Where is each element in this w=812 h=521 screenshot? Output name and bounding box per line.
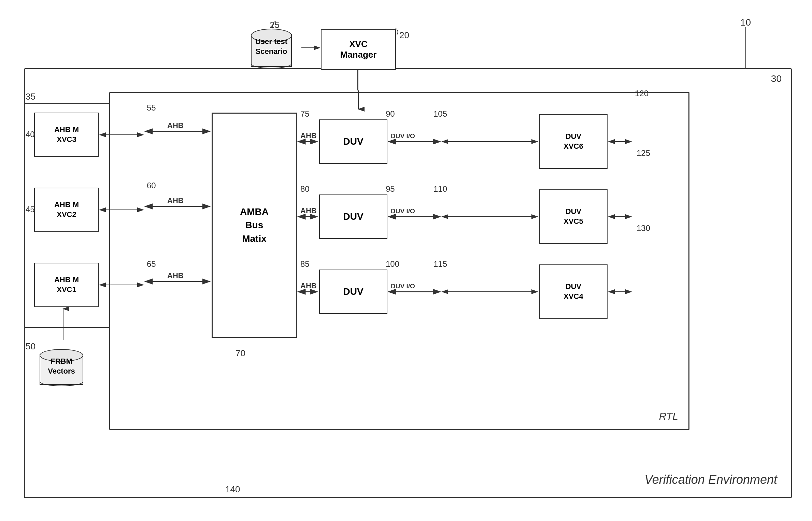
duv-bot-box: DUV — [319, 270, 387, 314]
rtl-label: RTL — [659, 410, 678, 422]
label-50: 50 — [26, 341, 35, 352]
label-120: 120 — [635, 89, 649, 98]
label-45: 45 — [26, 205, 35, 214]
ahb-xvc3-label: AHB MXVC3 — [54, 125, 79, 144]
label-55: 55 — [147, 103, 156, 113]
label-85: 85 — [300, 259, 310, 269]
frbm-vectors: FRBMVectors — [34, 341, 89, 392]
duv-xvc5-box: DUVXVC5 — [539, 189, 608, 244]
xvc-manager-label: XVCManager — [340, 39, 377, 60]
cylinder-bottom-ellipse — [251, 59, 292, 69]
duv-xvc5-label: DUVXVC5 — [564, 207, 583, 226]
ahb-xvc1-box: AHB MXVC1 — [34, 263, 99, 307]
user-test-scenario-label: User testScenario — [246, 37, 297, 56]
verification-env-label: Verification Environment — [644, 473, 777, 487]
duv-top-label: DUV — [343, 136, 363, 147]
user-test-scenario: User testScenario — [246, 20, 297, 75]
amba-bus-matrix-label: AMBABusMatix — [240, 205, 269, 245]
label-110: 110 — [433, 184, 447, 194]
label-10: 10 — [740, 17, 751, 28]
ahb-xvc1-label: AHB MXVC1 — [54, 275, 79, 294]
frbm-cylinder-bottom — [40, 377, 83, 386]
duv-mid-label: DUV — [343, 211, 363, 222]
duv-xvc6-label: DUVXVC6 — [564, 132, 583, 151]
ahb-xvc3-box: AHB MXVC3 — [34, 113, 99, 157]
diagram-container: 10 Verification Environment 30 25 User t… — [14, 14, 799, 512]
label-70: 70 — [236, 348, 245, 359]
ahb-xvc2-label: AHB MXVC2 — [54, 200, 79, 219]
label-65: 65 — [147, 259, 156, 269]
label-30: 30 — [771, 73, 782, 84]
duv-bot-label: DUV — [343, 286, 363, 297]
label-90: 90 — [386, 109, 395, 119]
duv-xvc6-box: DUVXVC6 — [539, 114, 608, 169]
amba-bus-matrix-box: AMBABusMatix — [212, 113, 297, 338]
duv-top-box: DUV — [319, 119, 387, 164]
label-75: 75 — [300, 109, 310, 119]
label-115: 115 — [433, 259, 447, 269]
label-125: 125 — [637, 148, 650, 158]
duv-mid-box: DUV — [319, 194, 387, 239]
duv-xvc4-label: DUVXVC4 — [564, 282, 583, 301]
label-20: 20 — [399, 30, 409, 41]
label-80: 80 — [300, 184, 310, 194]
label-35: 35 — [26, 91, 35, 102]
label-60: 60 — [147, 181, 156, 190]
label-100: 100 — [386, 259, 399, 269]
label-10-line — [745, 27, 746, 72]
xvc-manager-box: XVCManager — [321, 29, 396, 70]
line-xvc-down — [358, 70, 358, 90]
ahb-xvc2-box: AHB MXVC2 — [34, 188, 99, 232]
frbm-vectors-label: FRBMVectors — [34, 357, 89, 376]
label-105: 105 — [433, 109, 447, 119]
duv-xvc4-box: DUVXVC4 — [539, 264, 608, 319]
label-40: 40 — [26, 130, 35, 139]
label-140: 140 — [225, 484, 240, 495]
label-130: 130 — [637, 223, 650, 233]
label-95: 95 — [386, 184, 395, 194]
